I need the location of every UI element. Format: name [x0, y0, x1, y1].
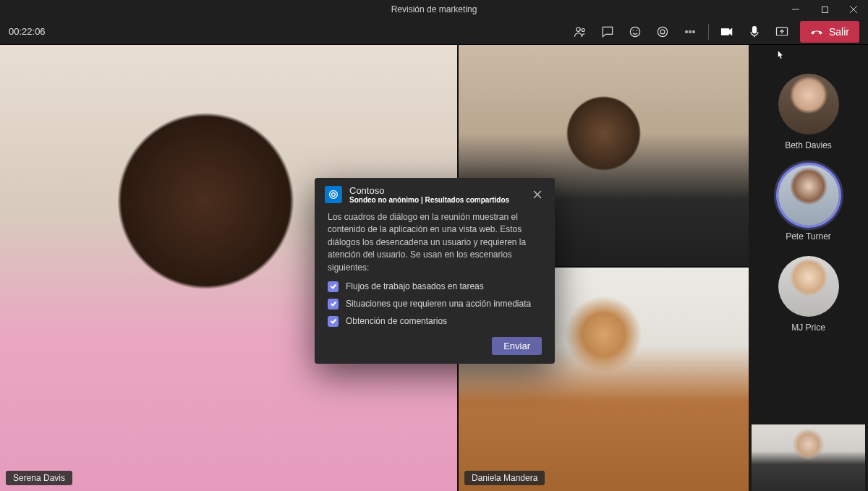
participants-icon[interactable]	[566, 21, 594, 43]
apps-icon[interactable]	[649, 21, 676, 43]
close-window-button[interactable]	[839, 0, 868, 19]
svg-point-9	[658, 27, 667, 36]
toolbar-separator	[708, 24, 709, 40]
participant-name-label: Serena Davis	[6, 471, 72, 485]
roster-item[interactable]: MJ Price	[778, 256, 839, 333]
svg-point-4	[576, 27, 580, 31]
window-title: Revisión de marketing	[0, 4, 868, 14]
checkbox-label: Flujos de trabajo basados en tareas	[346, 281, 484, 291]
reactions-icon[interactable]	[621, 21, 649, 43]
window-titlebar: Revisión de marketing	[0, 0, 868, 19]
svg-rect-1	[822, 7, 827, 12]
checkbox-checked-icon	[328, 299, 339, 309]
svg-point-7	[633, 30, 634, 31]
participant-name-label: Daniela Mandera	[464, 471, 545, 485]
roster-video-thumb[interactable]	[752, 424, 865, 491]
minimize-button[interactable]	[781, 0, 810, 19]
dialog-header: Contoso Sondeo no anónimo | Resultados c…	[315, 178, 555, 208]
roster-name: Pete Turner	[786, 231, 831, 242]
dialog-subtitle: Sondeo no anónimo | Resultados compartid…	[349, 196, 530, 204]
app-logo-icon	[325, 186, 342, 203]
checkbox-checked-icon	[328, 316, 339, 327]
dialog-checklist: Flujos de trabajo basados en tareas Situ…	[315, 274, 555, 327]
svg-point-13	[693, 30, 695, 33]
svg-point-18	[332, 193, 336, 197]
participant-video	[752, 424, 865, 491]
roster-name: MJ Price	[791, 323, 825, 333]
chat-icon[interactable]	[594, 21, 621, 43]
avatar	[778, 74, 839, 135]
share-screen-icon[interactable]	[768, 21, 796, 43]
dialog-body-text: Los cuadros de diálogo en la reunión mue…	[315, 208, 555, 274]
avatar	[778, 165, 839, 226]
send-button[interactable]: Enviar	[492, 337, 542, 355]
roster-item[interactable]: Pete Turner	[778, 165, 839, 242]
window-controls	[781, 0, 868, 19]
camera-icon[interactable]	[713, 21, 741, 43]
checkbox-label: Situaciones que requieren una acción inm…	[346, 299, 531, 309]
leave-button[interactable]: Salir	[800, 21, 859, 43]
checkbox-row[interactable]: Flujos de trabajo basados en tareas	[328, 281, 542, 292]
microphone-icon[interactable]	[741, 21, 768, 43]
participant-roster: Beth Davies Pete Turner MJ Price	[749, 45, 868, 491]
roster-item[interactable]: Beth Davies	[778, 74, 839, 150]
dialog-footer: Enviar	[315, 327, 555, 355]
checkbox-row[interactable]: Obtención de comentarios	[328, 316, 542, 327]
roster-name: Beth Davies	[785, 140, 832, 150]
send-button-label: Enviar	[503, 341, 530, 351]
in-meeting-dialog: Contoso Sondeo no anónimo | Resultados c…	[315, 178, 555, 364]
checkbox-label: Obtención de comentarios	[346, 316, 447, 326]
svg-point-17	[330, 191, 338, 199]
dialog-close-button[interactable]	[530, 187, 545, 202]
meeting-timer: 00:22:06	[9, 26, 46, 37]
checkbox-row[interactable]: Situaciones que requieren una acción inm…	[328, 299, 542, 309]
more-actions-icon[interactable]	[676, 21, 704, 43]
svg-rect-14	[752, 26, 756, 33]
leave-button-label: Salir	[829, 26, 849, 38]
svg-point-11	[686, 30, 688, 33]
meeting-toolbar: 00:22:06 Salir	[0, 19, 868, 45]
avatar	[778, 256, 839, 317]
svg-point-6	[630, 27, 639, 36]
checkbox-checked-icon	[328, 281, 339, 292]
svg-point-5	[582, 28, 584, 31]
svg-point-10	[660, 30, 665, 34]
svg-point-8	[637, 30, 637, 31]
maximize-button[interactable]	[810, 0, 839, 19]
svg-point-12	[689, 30, 692, 33]
hangup-icon	[810, 24, 823, 39]
dialog-app-name: Contoso	[349, 185, 530, 196]
